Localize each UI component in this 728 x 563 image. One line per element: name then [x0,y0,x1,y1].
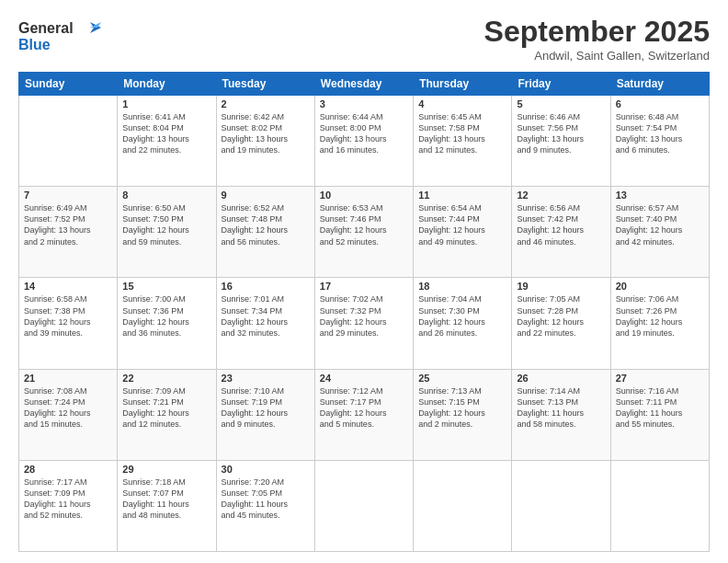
calendar-cell: 27Sunrise: 7:16 AM Sunset: 7:11 PM Dayli… [610,369,709,460]
day-content: Sunrise: 6:45 AM Sunset: 7:58 PM Dayligh… [418,111,506,156]
day-number: 18 [418,281,506,292]
day-content: Sunrise: 6:44 AM Sunset: 8:00 PM Dayligh… [320,111,408,156]
day-content: Sunrise: 6:46 AM Sunset: 7:56 PM Dayligh… [517,111,605,156]
day-number: 29 [122,464,210,475]
calendar-cell: 13Sunrise: 6:57 AM Sunset: 7:40 PM Dayli… [610,187,709,278]
day-content: Sunrise: 7:17 AM Sunset: 7:09 PM Dayligh… [24,477,112,522]
calendar-cell: 14Sunrise: 6:58 AM Sunset: 7:38 PM Dayli… [19,278,118,369]
day-number: 1 [122,98,210,109]
day-number: 8 [122,190,210,201]
day-number: 24 [320,373,408,384]
calendar-cell: 26Sunrise: 7:14 AM Sunset: 7:13 PM Dayli… [512,369,610,460]
day-content: Sunrise: 7:00 AM Sunset: 7:36 PM Dayligh… [122,293,210,339]
day-content: Sunrise: 7:05 AM Sunset: 7:28 PM Dayligh… [517,293,605,339]
day-number: 21 [24,373,112,384]
day-content: Sunrise: 7:09 AM Sunset: 7:21 PM Dayligh… [122,385,210,431]
calendar-week-5: 28Sunrise: 7:17 AM Sunset: 7:09 PM Dayli… [19,460,710,551]
calendar-cell: 9Sunrise: 6:52 AM Sunset: 7:48 PM Daylig… [216,187,314,278]
day-content: Sunrise: 7:13 AM Sunset: 7:15 PM Dayligh… [418,385,506,431]
day-content: Sunrise: 7:20 AM Sunset: 7:05 PM Dayligh… [222,477,310,522]
svg-text:Blue: Blue [18,37,51,52]
day-number: 13 [616,190,704,201]
calendar-cell: 3Sunrise: 6:44 AM Sunset: 8:00 PM Daylig… [314,96,413,187]
col-thursday: Thursday [414,73,512,96]
day-content: Sunrise: 6:41 AM Sunset: 8:04 PM Dayligh… [122,111,210,156]
calendar-cell [610,460,709,551]
day-number: 5 [517,98,605,109]
col-sunday: Sunday [19,73,118,96]
col-monday: Monday [118,73,216,96]
day-content: Sunrise: 7:01 AM Sunset: 7:34 PM Dayligh… [222,293,310,339]
day-number: 7 [24,190,112,201]
day-number: 2 [222,98,310,109]
day-content: Sunrise: 7:06 AM Sunset: 7:26 PM Dayligh… [616,293,704,339]
day-number: 11 [418,190,506,201]
day-content: Sunrise: 7:08 AM Sunset: 7:24 PM Dayligh… [24,385,112,431]
day-number: 30 [222,464,310,475]
calendar-cell: 6Sunrise: 6:48 AM Sunset: 7:54 PM Daylig… [610,96,709,187]
calendar-cell: 17Sunrise: 7:02 AM Sunset: 7:32 PM Dayli… [314,278,413,369]
calendar-cell: 1Sunrise: 6:41 AM Sunset: 8:04 PM Daylig… [118,96,216,187]
day-number: 26 [517,373,605,384]
calendar-cell: 30Sunrise: 7:20 AM Sunset: 7:05 PM Dayli… [216,460,314,551]
day-number: 23 [222,373,310,384]
col-saturday: Saturday [610,73,709,96]
day-content: Sunrise: 7:18 AM Sunset: 7:07 PM Dayligh… [122,477,210,522]
calendar-cell: 29Sunrise: 7:18 AM Sunset: 7:07 PM Dayli… [118,460,216,551]
calendar-cell: 21Sunrise: 7:08 AM Sunset: 7:24 PM Dayli… [19,369,118,460]
calendar-cell: 11Sunrise: 6:54 AM Sunset: 7:44 PM Dayli… [414,187,512,278]
calendar-cell: 28Sunrise: 7:17 AM Sunset: 7:09 PM Dayli… [19,460,118,551]
day-number: 9 [222,190,310,201]
day-content: Sunrise: 6:58 AM Sunset: 7:38 PM Dayligh… [24,293,112,339]
calendar-cell: 16Sunrise: 7:01 AM Sunset: 7:34 PM Dayli… [216,278,314,369]
calendar-cell: 8Sunrise: 6:50 AM Sunset: 7:50 PM Daylig… [118,187,216,278]
day-content: Sunrise: 6:53 AM Sunset: 7:46 PM Dayligh… [320,202,408,247]
day-number: 25 [418,373,506,384]
day-content: Sunrise: 6:42 AM Sunset: 8:02 PM Dayligh… [222,111,310,156]
location: Andwil, Saint Gallen, Switzerland [484,49,710,63]
calendar-week-3: 14Sunrise: 6:58 AM Sunset: 7:38 PM Dayli… [19,278,710,369]
day-number: 3 [320,98,408,109]
day-content: Sunrise: 7:16 AM Sunset: 7:11 PM Dayligh… [616,385,704,431]
calendar-cell: 15Sunrise: 7:00 AM Sunset: 7:36 PM Dayli… [118,278,216,369]
day-number: 6 [616,98,704,109]
calendar-cell [314,460,413,551]
day-number: 17 [320,281,408,292]
day-content: Sunrise: 7:02 AM Sunset: 7:32 PM Dayligh… [320,293,408,339]
day-content: Sunrise: 6:50 AM Sunset: 7:50 PM Dayligh… [122,202,210,247]
day-number: 19 [517,281,605,292]
logo-text: General Blue [18,15,101,59]
calendar-cell: 7Sunrise: 6:49 AM Sunset: 7:52 PM Daylig… [19,187,118,278]
day-number: 10 [320,190,408,201]
calendar-cell: 25Sunrise: 7:13 AM Sunset: 7:15 PM Dayli… [414,369,512,460]
calendar-cell [414,460,512,551]
day-number: 12 [517,190,605,201]
calendar-week-1: 1Sunrise: 6:41 AM Sunset: 8:04 PM Daylig… [19,96,710,187]
svg-text:General: General [18,20,74,36]
day-content: Sunrise: 7:10 AM Sunset: 7:19 PM Dayligh… [222,385,310,431]
logo: General Blue [18,15,101,59]
calendar-cell: 24Sunrise: 7:12 AM Sunset: 7:17 PM Dayli… [314,369,413,460]
day-number: 28 [24,464,112,475]
col-wednesday: Wednesday [314,73,413,96]
day-number: 16 [222,281,310,292]
calendar-cell: 4Sunrise: 6:45 AM Sunset: 7:58 PM Daylig… [414,96,512,187]
day-number: 4 [418,98,506,109]
calendar-cell: 19Sunrise: 7:05 AM Sunset: 7:28 PM Dayli… [512,278,610,369]
day-content: Sunrise: 6:49 AM Sunset: 7:52 PM Dayligh… [24,202,112,247]
title-area: September 2025 Andwil, Saint Gallen, Swi… [484,15,710,63]
day-content: Sunrise: 7:04 AM Sunset: 7:30 PM Dayligh… [418,293,506,339]
day-content: Sunrise: 7:14 AM Sunset: 7:13 PM Dayligh… [517,385,605,431]
calendar-week-2: 7Sunrise: 6:49 AM Sunset: 7:52 PM Daylig… [19,187,710,278]
day-number: 22 [122,373,210,384]
month-title: September 2025 [484,15,710,49]
page: General Blue September 2025 Andwil, Sain… [0,0,728,563]
col-friday: Friday [512,73,610,96]
calendar-cell: 10Sunrise: 6:53 AM Sunset: 7:46 PM Dayli… [314,187,413,278]
day-content: Sunrise: 6:52 AM Sunset: 7:48 PM Dayligh… [222,202,310,247]
day-content: Sunrise: 7:12 AM Sunset: 7:17 PM Dayligh… [320,385,408,431]
calendar-cell: 22Sunrise: 7:09 AM Sunset: 7:21 PM Dayli… [118,369,216,460]
calendar-cell: 2Sunrise: 6:42 AM Sunset: 8:02 PM Daylig… [216,96,314,187]
day-number: 20 [616,281,704,292]
col-tuesday: Tuesday [216,73,314,96]
